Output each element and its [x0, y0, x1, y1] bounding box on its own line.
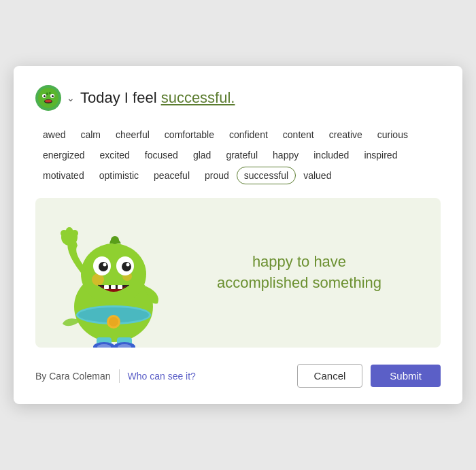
feeling-tag-inspired[interactable]: inspired [356, 146, 405, 164]
svg-point-6 [45, 100, 52, 103]
feelings-grid: awedcalmcheerfulcomfortableconfidentcont… [35, 126, 441, 184]
svg-rect-25 [111, 285, 116, 289]
illustration-box: happy to have accomplished something [35, 198, 441, 348]
feeling-tag-creative[interactable]: creative [322, 126, 370, 144]
feeling-tag-peaceful[interactable]: peaceful [146, 167, 197, 184]
svg-rect-7 [46, 93, 48, 95]
feeling-tag-content[interactable]: content [275, 126, 322, 144]
footer-actions: Cancel Submit [297, 364, 441, 388]
svg-rect-26 [118, 285, 122, 289]
submit-button[interactable]: Submit [371, 365, 441, 387]
feeling-tag-calm[interactable]: calm [73, 126, 108, 144]
feeling-tag-grateful[interactable]: grateful [218, 146, 265, 164]
svg-rect-24 [104, 285, 109, 289]
feeling-tag-awed[interactable]: awed [35, 126, 73, 144]
feeling-tag-focused[interactable]: focused [137, 146, 186, 164]
feeling-tag-confident[interactable]: confident [222, 126, 275, 144]
svg-point-21 [103, 263, 107, 267]
feeling-tag-proud[interactable]: proud [197, 167, 237, 184]
feeling-tag-happy[interactable]: happy [265, 146, 306, 164]
svg-point-20 [122, 262, 131, 271]
feeling-tag-optimistic[interactable]: optimistic [92, 167, 146, 184]
feeling-tag-successful[interactable]: successful [237, 167, 296, 184]
chevron-down-icon[interactable]: ⌄ [67, 93, 75, 103]
feeling-tag-glad[interactable]: glad [186, 146, 218, 164]
feeling-tag-motivated[interactable]: motivated [35, 167, 92, 184]
modal-container: ⌄ Today I feel successful. awedcalmcheer… [14, 66, 462, 404]
feeling-tag-cheerful[interactable]: cheerful [108, 126, 157, 144]
header: ⌄ Today I feel successful. [35, 85, 441, 111]
avatar [35, 85, 61, 111]
svg-point-19 [99, 262, 108, 271]
selected-feeling-label: successful. [161, 89, 235, 106]
svg-point-0 [38, 88, 58, 108]
illustration-text: happy to have accomplished something [185, 252, 413, 294]
footer: By Cara Coleman Who can see it? Cancel S… [35, 364, 441, 388]
footer-info: By Cara Coleman Who can see it? [35, 369, 196, 383]
svg-point-23 [111, 236, 119, 244]
cancel-button[interactable]: Cancel [297, 364, 363, 388]
feeling-tag-excited[interactable]: excited [92, 146, 137, 164]
feeling-tag-curious[interactable]: curious [370, 126, 415, 144]
svg-point-4 [52, 95, 54, 97]
monster-illustration [35, 198, 185, 348]
feeling-tag-included[interactable]: included [306, 146, 356, 164]
vertical-divider [119, 369, 120, 383]
svg-point-30 [71, 230, 78, 237]
who-can-see-link[interactable]: Who can see it? [128, 371, 196, 382]
feeling-tag-energized[interactable]: energized [35, 146, 92, 164]
feeling-tag-comfortable[interactable]: comfortable [157, 126, 222, 144]
svg-point-3 [44, 95, 46, 97]
feeling-tag-valued[interactable]: valued [296, 167, 339, 184]
by-author: By Cara Coleman [35, 371, 111, 382]
svg-point-13 [109, 317, 118, 326]
svg-point-14 [81, 244, 146, 305]
svg-point-22 [126, 263, 130, 267]
svg-rect-8 [49, 92, 51, 95]
header-title: Today I feel successful. [80, 89, 235, 107]
